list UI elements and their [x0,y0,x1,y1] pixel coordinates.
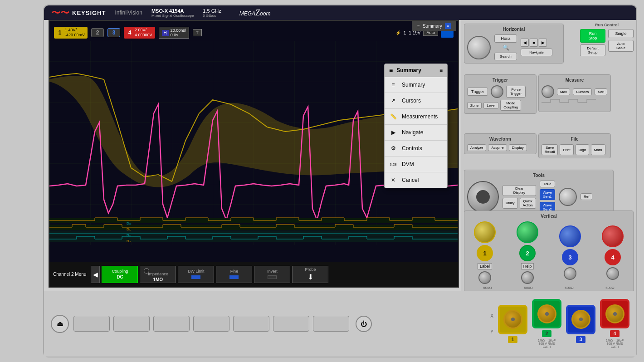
navigate-btn[interactable]: Navigate [521,49,552,56]
ch2-bnc-connector[interactable] [532,299,561,328]
math-btn[interactable]: Math [591,144,605,155]
ch1-bnc-connector[interactable] [498,305,527,334]
dropdown-item-summary[interactable]: ≡ Summary [385,77,447,93]
ch1-vert-btn[interactable]: 1 [477,245,493,261]
ch4-vert-btn[interactable]: 4 [605,249,621,265]
nav-stop-btn[interactable]: ■ [530,39,538,47]
eject-btn-area[interactable]: ⏏ [51,315,69,333]
print-btn[interactable]: Print [560,144,573,155]
seri-btn[interactable]: Seri [595,88,607,95]
ch3-vert-btn[interactable]: 3 [562,249,578,265]
ch1-label-btn[interactable]: Label [478,263,492,269]
ch4-number: 4 [127,29,133,36]
fine-btn[interactable]: Fine [216,266,252,283]
ch2-indicator[interactable]: 2 [91,28,104,37]
wave-gen1-btn[interactable]: WaveGen1 [540,189,555,200]
ch2-vert-btn[interactable]: 2 [519,245,536,261]
soft-btn-7[interactable] [313,316,349,332]
dropdown-menu: ≡ Summary ≡ ≡ Summary ↗ Cursors 📏 Measur… [384,64,448,188]
analyze-btn[interactable]: Analyze [467,144,486,151]
cursors-btn[interactable]: Cursors [573,88,592,95]
horiz-knob[interactable] [467,36,491,59]
ch4-voltage: 2.00V/ 4.00000V [135,28,152,38]
probe-btn[interactable]: Probe ⬇ [292,266,328,283]
default-setup-btn[interactable]: DefaultSetup [580,44,605,56]
ch3-fine-knob[interactable] [564,267,576,280]
xy-labels: X Y [490,313,493,334]
keysight-logo: 〜〜 KEYSIGHT [51,7,106,19]
zone-btn[interactable]: Zone [467,102,482,109]
dropdown-item-navigate[interactable]: ▶ Navigate [385,125,447,141]
ch3-bnc-connector[interactable] [566,305,595,334]
search-btn[interactable]: Search [494,53,517,60]
dropdown-item-cursors[interactable]: ↗ Cursors [385,93,447,109]
touch-btn[interactable]: Touc [540,181,555,187]
trigger-section: Trigger Trigger ForceTrigger Zone Level … [464,74,537,117]
ch2-fine-knob[interactable] [521,271,534,284]
auto-scale-btn[interactable]: AutoScale [608,40,634,52]
timebase-indicator[interactable]: H 20.00ns/ 0.0s [159,27,190,39]
ch4-bnc-connector[interactable] [600,299,629,328]
ch1-fine-knob[interactable] [478,271,491,284]
ch4-vert-knob[interactable] [602,225,624,247]
utility-btn[interactable]: Utility [503,198,518,209]
dropdown-item-controls[interactable]: ⚙ Controls [385,141,447,157]
digit-btn[interactable]: Digit [576,144,589,155]
soft-btn-2[interactable] [113,316,150,332]
ch3-vert-knob[interactable] [559,225,581,247]
ref-btn[interactable]: Ref [581,193,592,200]
ch1-indicator[interactable]: 1 1.40V/ -420.00mV [54,27,88,39]
soft-btn-4[interactable] [193,316,229,332]
max-btn[interactable]: Max [557,88,570,95]
mode-coupling-btn[interactable]: ModeCoupling [500,100,521,111]
summary-label: Summary [423,24,442,29]
bw-limit-btn[interactable]: BW Limit [178,266,214,283]
trigger-t-indicator[interactable]: T [193,29,202,36]
measure-knob[interactable] [542,85,554,98]
ch3-indicator[interactable]: 3 [107,28,120,37]
ch2-vert-knob[interactable] [517,221,538,243]
dual-knob[interactable] [467,181,499,213]
trigger-btn[interactable]: Trigger [467,88,488,96]
summary-tab[interactable]: ≡ Summary ≡ [412,21,456,31]
ch2-help-btn[interactable]: Help [521,263,534,269]
soft-btn-1[interactable] [73,316,110,332]
ch4-bnc-spec: 1MΩ = 16pF300 V RMSCAT I [606,339,624,348]
nav-left-btn[interactable]: ◀ [521,39,529,47]
single-btn[interactable]: Single [608,29,634,38]
acquire-btn[interactable]: Acquire [488,144,507,151]
soft-btn-6[interactable] [273,316,309,332]
model-info: MSO-X 4154A Mixed Signal Oscilloscope [151,8,194,18]
ch1-voltage: 1.40V/ -420.00mV [65,28,85,38]
level-btn[interactable]: Level [483,102,498,109]
quick-action-btn[interactable]: QuickAction [520,198,536,209]
trigger-knob[interactable] [491,85,503,98]
clear-display-btn[interactable]: ClearDisplay [503,185,536,196]
horiz-btn[interactable]: Horiz [494,34,517,43]
controls-menu-icon: ⚙ [389,144,397,152]
nav-right-btn[interactable]: ▶ [539,39,547,47]
force-trigger-btn[interactable]: ForceTrigger [506,86,526,98]
back-arrow-btn[interactable]: ◀ [91,266,100,283]
coupling-btn[interactable]: Coupling DC [102,266,138,283]
display-btn[interactable]: Display [509,144,527,151]
dropdown-item-dvm[interactable]: 3.28 DVM [385,157,447,172]
dropdown-item-measurements[interactable]: 📏 Measurements [385,109,447,125]
ch1-vert-knob[interactable] [474,221,496,243]
svg-text:D₀: D₀ [127,221,131,225]
ohm-labels: 500Ω 500Ω 500Ω 500Ω [467,286,630,290]
invert-btn[interactable]: Invert [254,266,290,283]
save-recall-btn[interactable]: SaveRecall [542,144,558,155]
soft-btn-5[interactable] [233,316,269,332]
power-btn[interactable]: ⏻ [356,316,372,332]
dropdown-item-cancel[interactable]: ✕ Cancel [385,172,447,188]
ch4-fine-knob[interactable] [606,267,619,280]
soft-btn-3[interactable] [153,316,190,332]
tools-knob[interactable] [559,188,577,206]
ch1-number: 1 [57,29,63,36]
power-btn-area[interactable]: ⏻ [356,316,372,332]
impedance-btn[interactable]: Impedance 1MΩ [140,266,176,283]
ch4-indicator[interactable]: 4 2.00V/ 4.00000V [124,27,155,39]
eject-btn[interactable]: ⏏ [51,315,69,333]
run-stop-btn[interactable]: RunStop [580,29,605,43]
